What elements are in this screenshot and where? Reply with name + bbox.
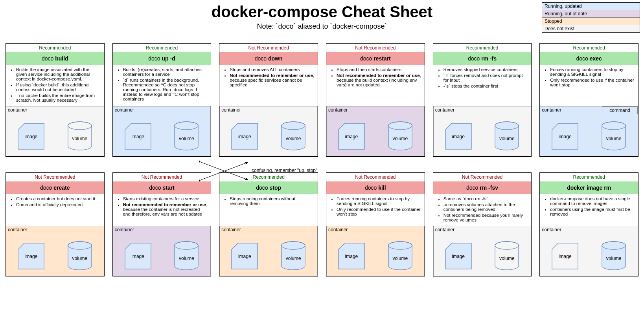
container-box: container image volume — [219, 106, 318, 156]
card-rm-fs: Recommended doco rm -fs Removes stopped … — [433, 43, 532, 157]
recommendation-label: Not Recommended — [326, 44, 425, 52]
command-bar: doco start — [113, 181, 211, 194]
volume-shape: volume — [66, 241, 94, 271]
container-label: container — [327, 106, 424, 113]
bullet: Forces running containers to stop by sen… — [550, 67, 635, 77]
image-label: image — [550, 134, 580, 139]
volume-shape: volume — [600, 121, 627, 152]
bullet: `-f` forces removal and does not prompt … — [443, 73, 528, 82]
image-shape: image — [444, 122, 473, 151]
command-bar: doco rm -fsv — [433, 181, 532, 194]
volume-label: volume — [173, 256, 200, 261]
command-badge: command — [602, 106, 638, 114]
recommendation-label: Not Recommended — [6, 173, 104, 181]
cross-arrows — [199, 160, 250, 182]
image-shape: image — [550, 122, 580, 151]
image-label: image — [123, 134, 153, 139]
bullet: Same as `doco rm -fs` — [443, 196, 528, 201]
image-shape: image — [123, 122, 153, 151]
volume-shape: volume — [173, 241, 200, 271]
bullet-list: Stops and removes ALL containersNot reco… — [219, 65, 318, 106]
recommendation-label: Recommended — [113, 44, 211, 52]
bullet: Builds, (re)creates, starts, and attache… — [123, 67, 208, 77]
image-shape: image — [550, 242, 580, 271]
container-box: container image volume — [113, 106, 211, 156]
recommendation-label: Not Recommended — [433, 173, 532, 181]
container-box: container image volume — [113, 226, 211, 276]
card-image-rm: Recommended docker image rm docker-compo… — [539, 172, 638, 276]
card-stop: Recommended doco stop Stops running cont… — [219, 172, 318, 276]
bullet: Not recommended because you'll rarely re… — [443, 213, 528, 222]
recommendation-label: Recommended — [540, 44, 638, 52]
legend-running-outofdate: Running, out of date — [542, 10, 640, 18]
bullet-list: Removes stopped service containers`-f` f… — [433, 65, 532, 106]
container-label: container — [6, 226, 104, 233]
volume-label: volume — [173, 136, 200, 141]
card-grid: Recommended doco build Builds the image … — [6, 43, 638, 276]
image-shape: image — [123, 242, 153, 271]
bullet-list: Stops and then starts containersNot reco… — [326, 65, 425, 106]
bullet: Only recommended to use if the container… — [550, 78, 635, 87]
container-label: container — [113, 106, 211, 113]
container-box: container image volume — [326, 106, 425, 156]
volume-shape: volume — [280, 241, 307, 271]
container-box: container image volume — [219, 226, 318, 276]
card-kill: Not Recommended doco kill Forces running… — [326, 172, 425, 276]
bullet-list: Forces running containers to stop by sen… — [540, 65, 638, 106]
command-bar: doco exec — [540, 52, 638, 65]
card-rm-fsv: Not Recommended doco rm -fsv Same as `do… — [433, 172, 532, 276]
volume-label: volume — [66, 136, 94, 141]
recommendation-label: Not Recommended — [219, 44, 318, 52]
container-box: container image volume — [326, 226, 425, 276]
container-box: container image volume — [540, 226, 638, 276]
recommendation-label: Not Recommended — [113, 173, 211, 181]
legend: Running, updated Running, out of date St… — [542, 2, 640, 33]
volume-shape: volume — [493, 241, 521, 271]
image-shape: image — [337, 122, 366, 151]
volume-label: volume — [493, 256, 521, 261]
container-label: container — [434, 226, 531, 233]
bullet-list: docker-compose does not have a single co… — [540, 194, 638, 226]
image-shape: image — [230, 122, 259, 151]
image-label: image — [123, 254, 153, 259]
recommendation-label: Not Recommended — [326, 173, 425, 181]
bullet: Removes stopped service containers — [443, 67, 528, 72]
image-label: image — [17, 134, 46, 139]
card-restart: Not Recommended doco restart Stops and t… — [326, 43, 425, 157]
volume-label: volume — [600, 256, 627, 261]
bullet: Starts existing containers for a service — [123, 196, 208, 201]
card-down: Not Recommended doco down Stops and remo… — [219, 43, 318, 157]
legend-does-not-exist: Does not exist — [542, 25, 640, 32]
bullet: Builds the image associated with the giv… — [16, 67, 101, 81]
card-create: Not Recommended doco create Creates a co… — [6, 172, 105, 276]
container-box: container image volume — [433, 106, 532, 156]
image-shape: image — [337, 242, 366, 271]
bullet: -v removes volumes attached to the conta… — [443, 202, 528, 212]
bullet: If using `docker build`, this additional… — [16, 82, 101, 92]
bullet: Not recommended to remember or use, beca… — [123, 202, 208, 216]
bullet: Command is officially deprecated — [16, 202, 101, 207]
volume-label: volume — [493, 136, 521, 141]
volume-shape: volume — [280, 121, 307, 152]
image-shape: image — [230, 242, 259, 271]
volume-label: volume — [280, 136, 307, 141]
bullet: `d` runs containers in the background. R… — [123, 78, 208, 101]
bullet: Stops running containers without removin… — [230, 196, 315, 206]
bullet: Forces running containers to stop by sen… — [337, 196, 421, 206]
image-label: image — [550, 254, 580, 259]
command-bar: doco rm -fs — [433, 52, 532, 65]
bullet-list: Same as `doco rm -fs`-v removes volumes … — [433, 194, 532, 226]
bullet: --no-cache builds the entire image from … — [16, 93, 101, 103]
bullet-list: Stops running containers without removin… — [219, 194, 318, 226]
volume-shape: volume — [600, 241, 627, 271]
bullet: Only recommended to use if the container… — [337, 207, 421, 216]
volume-shape: volume — [173, 121, 200, 152]
recommendation-label: Recommended — [540, 173, 638, 181]
command-bar: doco kill — [326, 181, 425, 194]
bullet-list: Forces running containers to stop by sen… — [326, 194, 425, 226]
command-bar: doco stop — [219, 181, 318, 194]
volume-label: volume — [280, 256, 307, 261]
container-box: command container image volume — [540, 106, 638, 156]
command-bar: doco up -d — [113, 52, 211, 65]
bullet: Not recommended to remember or use, beca… — [337, 73, 421, 87]
